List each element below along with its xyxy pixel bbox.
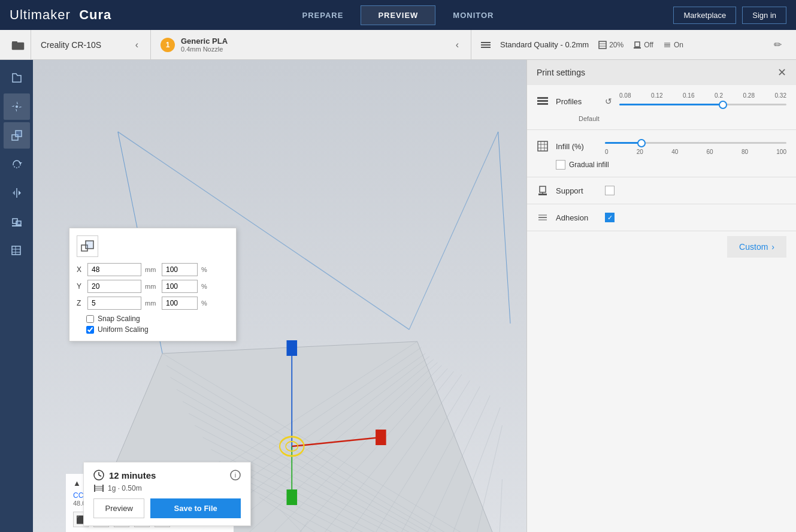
quality-section: Standard Quality - 0.2mm 20% Off [471, 30, 791, 60]
profiles-slider-thumb[interactable] [719, 101, 727, 109]
custom-chevron: › [771, 242, 774, 252]
support-section-label: Support [556, 186, 598, 195]
infill-tick-40: 40 [671, 149, 678, 155]
open-folder-button[interactable] [5, 30, 31, 60]
tab-prepare[interactable]: PREPARE [284, 5, 361, 25]
rotate-tool[interactable] [4, 151, 30, 177]
tick-032: 0.32 [775, 92, 786, 99]
preview-button[interactable]: Preview [93, 498, 144, 518]
infill-slider-thumb[interactable] [637, 139, 646, 147]
open-file-tool[interactable] [4, 65, 30, 91]
svg-rect-4 [481, 47, 491, 48]
svg-marker-14 [16, 107, 17, 112]
profiles-reset[interactable]: ↺ [605, 96, 612, 106]
profiles-slider-container: 0.08 0.12 0.16 0.2 0.28 0.32 [619, 92, 786, 110]
adhesion-section-label: Adhesion [556, 213, 598, 222]
svg-rect-90 [537, 97, 548, 99]
material-section: 1 Generic PLA 0.4mm Nozzle ‹ [151, 30, 471, 60]
printer-chevron[interactable]: ‹ [133, 40, 141, 50]
infill-slider-track[interactable] [605, 142, 786, 144]
infill-icon [598, 41, 607, 49]
support-blocker-tool[interactable] [4, 208, 30, 235]
material-chevron[interactable]: ‹ [453, 40, 461, 50]
x-axis-label: X [77, 265, 84, 274]
svg-rect-26 [12, 225, 22, 226]
y-value-input[interactable] [87, 280, 141, 293]
y-pct-symbol: % [201, 283, 207, 290]
scale-tool[interactable] [4, 122, 30, 149]
gradual-infill-checkbox[interactable] [556, 160, 565, 170]
z-pct-input[interactable] [162, 297, 198, 310]
svg-rect-92 [537, 103, 548, 105]
mirror-tool[interactable] [4, 180, 30, 206]
svg-line-82 [99, 475, 101, 476]
profiles-slider-track[interactable] [619, 104, 786, 105]
svg-rect-27 [12, 246, 20, 255]
infill-row: Infill (%) 0 20 40 60 80 100 [537, 137, 786, 155]
gradual-infill-row: Gradual infill [556, 160, 786, 170]
viewport[interactable]: X mm % Y mm % Z mm % [33, 60, 526, 532]
print-settings-close[interactable]: ✕ [777, 66, 786, 79]
custom-button[interactable]: Custom › [727, 236, 786, 258]
tab-preview[interactable]: PREVIEW [361, 5, 435, 25]
print-settings-panel: Print settings ✕ Profiles ↺ 0.08 [526, 60, 796, 532]
marketplace-button[interactable]: Marketplace [673, 7, 736, 24]
left-sidebar [0, 60, 33, 532]
adhesion-section-icon [537, 211, 549, 223]
material-info: Generic PLA 0.4mm Nozzle [181, 37, 447, 53]
infill-slider-container: 0 20 40 60 80 100 [605, 137, 786, 155]
scale-x-row: X mm % [77, 263, 229, 276]
z-value-input[interactable] [87, 297, 141, 310]
save-to-file-button[interactable]: Save to File [150, 498, 241, 518]
svg-marker-20 [19, 162, 22, 164]
infill-tick-20: 20 [637, 149, 643, 155]
uniform-scaling-label: Uniform Scaling [98, 325, 149, 334]
move-tool[interactable] [4, 93, 30, 120]
infill-label: Infill (%) [556, 142, 598, 151]
time-label: 12 minutes [109, 470, 156, 480]
y-pct-input[interactable] [162, 280, 198, 293]
svg-marker-16 [17, 107, 22, 108]
x-pct-input[interactable] [162, 263, 198, 276]
uniform-scaling-option[interactable]: Uniform Scaling [86, 325, 229, 334]
x-value-input[interactable] [87, 263, 141, 276]
svg-rect-91 [537, 100, 548, 102]
y-axis-label: Y [77, 282, 84, 291]
support-section: Support [527, 177, 796, 204]
support-checkbox[interactable] [605, 186, 615, 195]
x-pct-symbol: % [201, 266, 207, 273]
snap-scaling-option[interactable]: Snap Scaling [86, 315, 229, 323]
scale-icon-box [77, 235, 98, 257]
signin-button[interactable]: Sign in [742, 7, 786, 24]
svg-rect-79 [86, 241, 93, 249]
uniform-scaling-checkbox[interactable] [86, 326, 94, 334]
infill-tick-100: 100 [776, 149, 786, 155]
svg-rect-8 [635, 42, 640, 47]
svg-rect-69 [286, 340, 297, 356]
adhesion-checkbox[interactable]: ✓ [605, 213, 615, 222]
edit-quality-button[interactable]: ✏ [774, 39, 782, 50]
snap-scaling-checkbox[interactable] [86, 315, 94, 323]
quality-settings-icon [481, 40, 491, 50]
infill-icon-item: 20% [598, 41, 624, 49]
x-unit: mm [145, 266, 158, 273]
svg-marker-13 [17, 101, 18, 106]
material-badge: 1 [161, 38, 175, 52]
svg-marker-15 [11, 105, 16, 107]
info-icon[interactable]: i [230, 470, 241, 480]
infill-pct: 20% [609, 41, 624, 49]
per-model-settings-tool[interactable] [4, 237, 30, 264]
logo-light: Ultimaker [10, 7, 71, 22]
profiles-slider-fill [619, 104, 723, 105]
z-axis-label: Z [77, 299, 84, 307]
tab-monitor[interactable]: MONITOR [435, 5, 511, 25]
tick-016: 0.16 [683, 92, 694, 99]
tick-028: 0.28 [743, 92, 755, 99]
svg-rect-5 [599, 41, 606, 49]
scale-options: Snap Scaling Uniform Scaling [77, 315, 229, 334]
scale-popup: X mm % Y mm % Z mm % [69, 228, 237, 341]
svg-rect-1 [12, 41, 17, 44]
nav-tabs: PREPARE PREVIEW MONITOR [284, 5, 511, 25]
svg-rect-93 [538, 141, 547, 151]
infill-slider-fill [605, 142, 641, 144]
